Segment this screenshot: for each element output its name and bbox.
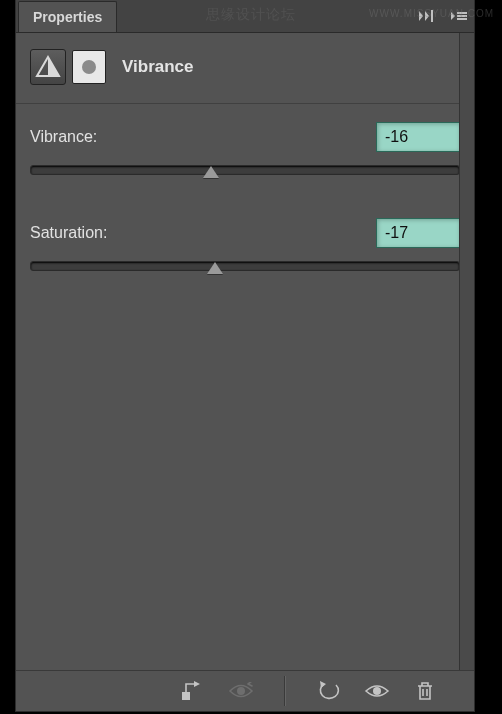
vibrance-icon[interactable] — [30, 49, 66, 85]
saturation-slider-track — [30, 261, 460, 271]
properties-panel: Properties Vibrance Vibrance: -16 — [15, 0, 475, 712]
layer-mask-icon[interactable] — [72, 50, 106, 84]
clip-to-layer-button[interactable] — [178, 676, 208, 706]
scrollbar[interactable] — [459, 33, 474, 671]
adjustment-header: Vibrance — [16, 33, 474, 104]
vibrance-slider-track — [30, 165, 460, 175]
footer-separator — [284, 676, 286, 706]
panel-body: Vibrance: -16 Saturation: -17 — [16, 104, 474, 322]
vibrance-value-input[interactable]: -16 — [376, 122, 460, 152]
reset-button[interactable] — [314, 676, 344, 706]
svg-rect-4 — [182, 692, 190, 700]
saturation-slider-thumb[interactable] — [207, 262, 223, 274]
watermark-center: 思缘设计论坛 — [206, 6, 296, 24]
watermark-right: WWW.MISSYUAN.COM — [369, 8, 494, 19]
view-previous-state-button[interactable] — [226, 676, 256, 706]
svg-point-5 — [237, 687, 245, 695]
control-row-vibrance: Vibrance: -16 — [30, 122, 460, 178]
panel-footer — [16, 670, 474, 711]
saturation-value-input[interactable]: -17 — [376, 218, 460, 248]
svg-point-6 — [373, 687, 381, 695]
saturation-slider[interactable] — [30, 258, 460, 274]
adjustment-title: Vibrance — [122, 57, 194, 77]
saturation-label: Saturation: — [30, 224, 107, 242]
tab-properties[interactable]: Properties — [18, 1, 117, 32]
vibrance-label: Vibrance: — [30, 128, 97, 146]
control-row-saturation: Saturation: -17 — [30, 218, 460, 274]
delete-button[interactable] — [410, 676, 440, 706]
toggle-visibility-button[interactable] — [362, 676, 392, 706]
vibrance-slider[interactable] — [30, 162, 460, 178]
vibrance-slider-thumb[interactable] — [203, 166, 219, 178]
